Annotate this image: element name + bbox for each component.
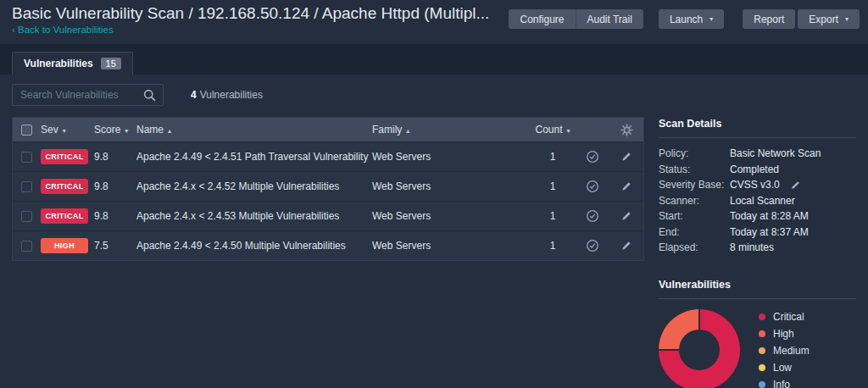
- pencil-icon[interactable]: [620, 151, 632, 163]
- detail-value: Basic Network Scan: [730, 147, 821, 159]
- count-cell: 1: [530, 240, 576, 252]
- score-cell: 9.8: [94, 210, 136, 222]
- score-cell: 7.5: [94, 240, 136, 252]
- column-header-count[interactable]: Count▾: [530, 124, 576, 136]
- tab-count-badge: 15: [101, 58, 121, 69]
- vuln-name-cell[interactable]: Apache 2.4.x < 2.4.52 Multiple Vulnerabi…: [136, 180, 372, 192]
- medium-dot-icon: [759, 347, 765, 354]
- export-button[interactable]: Export ▾: [798, 9, 860, 29]
- result-count-number: 4: [191, 89, 197, 101]
- pencil-icon[interactable]: [790, 180, 801, 191]
- row-checkbox[interactable]: [21, 241, 32, 252]
- count-cell: 1: [530, 151, 576, 163]
- column-header-family[interactable]: Family▴: [372, 124, 530, 136]
- chevron-down-icon: ▾: [709, 15, 713, 23]
- tab-strip: Vulnerabilities 15: [0, 44, 868, 75]
- legend-item-critical: Critical: [759, 310, 810, 324]
- side-column: Scan Details Policy:Basic Network Scan S…: [659, 118, 856, 388]
- sort-asc-icon: ▴: [168, 127, 171, 135]
- search-icon[interactable]: [143, 89, 156, 105]
- check-circle-icon[interactable]: [586, 180, 599, 193]
- detail-value: CVSS v3.0: [730, 179, 780, 191]
- row-checkbox[interactable]: [21, 181, 32, 192]
- detail-label: Elapsed:: [659, 241, 730, 253]
- detail-value: 8 minutes: [730, 241, 774, 253]
- nessus-scan-page: Basic Vulnerability Scan / 192.168.50.12…: [0, 0, 868, 388]
- detail-value: Local Scanner: [730, 195, 795, 207]
- vulnerabilities-panel: Vulnerabilities Critical High Medium Low…: [659, 279, 856, 388]
- check-circle-icon[interactable]: [586, 239, 599, 252]
- table-row[interactable]: CRITICAL 9.8 Apache 2.4.x < 2.4.53 Multi…: [13, 201, 643, 230]
- pencil-icon[interactable]: [620, 180, 632, 192]
- scan-details-panel: Scan Details Policy:Basic Network Scan S…: [659, 118, 856, 256]
- header-actions: Configure Audit Trail Launch ▾ Report Ex…: [509, 9, 860, 29]
- vulnerabilities-table: Sev▾ Score▾ Name▴ Family▴ Count▾ CRIT: [12, 117, 644, 261]
- score-cell: 9.8: [94, 180, 136, 192]
- table-row[interactable]: HIGH 7.5 Apache 2.4.49 < 2.4.50 Multiple…: [13, 230, 643, 260]
- critical-dot-icon: [759, 313, 765, 320]
- legend-item-high: High: [759, 327, 810, 341]
- audit-trail-button[interactable]: Audit Trail: [576, 9, 643, 29]
- table-row[interactable]: CRITICAL 9.8 Apache 2.4.49 < 2.4.51 Path…: [13, 141, 643, 171]
- tab-label: Vulnerabilities: [24, 58, 93, 69]
- vuln-name-cell[interactable]: Apache 2.4.x < 2.4.53 Multiple Vulnerabi…: [136, 210, 372, 222]
- detail-label: Scanner:: [659, 195, 730, 207]
- column-header-sev[interactable]: Sev▾: [36, 124, 94, 136]
- content: 4Vulnerabilities Sev▾ Score▾ Name▴ Famil…: [0, 75, 868, 388]
- row-checkbox[interactable]: [21, 152, 32, 163]
- configure-button[interactable]: Configure: [509, 9, 575, 29]
- column-header-score[interactable]: Score▾: [94, 124, 136, 136]
- sort-desc-icon: ▾: [125, 127, 128, 135]
- check-circle-icon[interactable]: [586, 150, 599, 164]
- result-count-label: Vulnerabilities: [200, 89, 263, 101]
- sort-desc-icon: ▾: [567, 127, 570, 135]
- detail-label: Status:: [659, 164, 730, 175]
- main-column: 4Vulnerabilities Sev▾ Score▾ Name▴ Famil…: [12, 84, 644, 388]
- header: Basic Vulnerability Scan / 192.168.50.12…: [0, 0, 868, 44]
- report-button[interactable]: Report: [743, 9, 795, 29]
- row-checkbox[interactable]: [21, 211, 32, 222]
- vuln-name-cell[interactable]: Apache 2.4.49 < 2.4.51 Path Traversal Vu…: [136, 151, 372, 163]
- legend-item-medium: Medium: [759, 344, 810, 358]
- sort-asc-icon: ▴: [406, 127, 409, 135]
- chevron-down-icon: ▾: [845, 15, 849, 23]
- table-row[interactable]: CRITICAL 9.8 Apache 2.4.x < 2.4.52 Multi…: [13, 171, 643, 201]
- pencil-icon[interactable]: [620, 240, 632, 252]
- high-dot-icon: [759, 330, 765, 337]
- detail-value: Completed: [730, 164, 779, 175]
- detail-value: Today at 8:28 AM: [730, 210, 809, 222]
- detail-label: Policy:: [659, 147, 730, 159]
- severity-donut-chart: [659, 309, 740, 388]
- vuln-name-cell[interactable]: Apache 2.4.49 < 2.4.50 Multiple Vulnerab…: [136, 240, 372, 252]
- sort-desc-icon: ▾: [63, 127, 66, 135]
- family-cell: Web Servers: [372, 210, 530, 222]
- search-input[interactable]: [13, 85, 163, 105]
- severity-badge: CRITICAL: [41, 208, 88, 224]
- family-cell: Web Servers: [372, 240, 530, 252]
- vulnerabilities-panel-title: Vulnerabilities: [659, 279, 856, 299]
- launch-button[interactable]: Launch ▾: [659, 9, 724, 29]
- back-to-vulnerabilities-link[interactable]: ‹ Back to Vulnerabilities: [12, 25, 114, 35]
- column-header-name[interactable]: Name▴: [136, 124, 372, 136]
- family-cell: Web Servers: [372, 180, 530, 192]
- count-cell: 1: [530, 210, 576, 222]
- check-circle-icon[interactable]: [586, 209, 599, 223]
- donut-hole: [679, 330, 720, 370]
- gear-icon[interactable]: [620, 124, 633, 136]
- page-title: Basic Vulnerability Scan / 192.168.50.12…: [12, 4, 489, 23]
- table-header: Sev▾ Score▾ Name▴ Family▴ Count▾: [13, 118, 643, 141]
- detail-label: Start:: [659, 210, 730, 222]
- search-box: [12, 84, 164, 106]
- vulnerabilities-chart: Critical High Medium Low Info: [659, 309, 856, 388]
- count-cell: 1: [530, 180, 576, 192]
- chart-legend: Critical High Medium Low Info: [759, 310, 810, 388]
- scan-details-list: Policy:Basic Network Scan Status:Complet…: [659, 146, 856, 256]
- pencil-icon[interactable]: [620, 210, 632, 222]
- result-count: 4Vulnerabilities: [191, 89, 263, 101]
- scan-details-title: Scan Details: [659, 118, 856, 138]
- tab-vulnerabilities[interactable]: Vulnerabilities 15: [12, 52, 133, 75]
- family-cell: Web Servers: [372, 151, 530, 163]
- severity-badge: CRITICAL: [41, 179, 88, 194]
- select-all-checkbox[interactable]: [21, 125, 32, 136]
- configure-audit-group: Configure Audit Trail: [509, 9, 643, 29]
